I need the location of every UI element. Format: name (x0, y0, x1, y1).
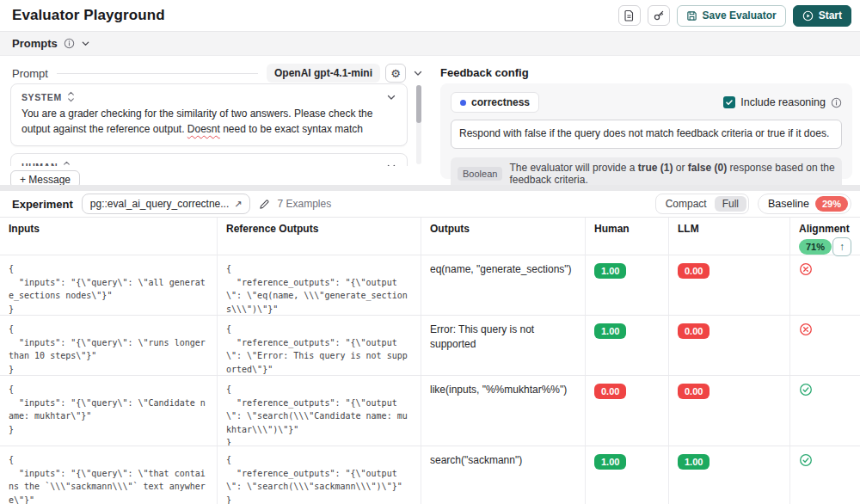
save-evaluator-label: Save Evaluator (703, 9, 777, 22)
cell-outputs[interactable]: search("sackmann") (421, 446, 586, 504)
key-icon (653, 9, 665, 22)
cell-human-score: 1.00 (586, 255, 669, 315)
cell-human-score: 1.00 (586, 316, 669, 375)
table-row: { "inputs": "{\"query\": \"runs longer t… (0, 315, 860, 375)
header-actions: Save Evaluator Start (618, 5, 851, 27)
score-badge[interactable]: 0.00 (594, 384, 626, 399)
start-label: Start (819, 9, 842, 22)
score-badge[interactable]: 1.00 (594, 263, 626, 279)
table-row: { "inputs": "{\"query\": \"Candidate nam… (0, 375, 860, 446)
prompt-collapse-chevron[interactable] (413, 68, 423, 78)
info-icon (64, 38, 75, 49)
api-key-button[interactable] (648, 5, 670, 26)
baseline-score-badge: 29% (815, 196, 848, 212)
prompt-scrollbar[interactable] (416, 85, 421, 164)
alignment-match-icon (799, 383, 813, 396)
reorder-icon[interactable] (63, 161, 71, 166)
feedback-key-dot-icon (460, 100, 466, 106)
prompt-messages: SYSTEM You are a grader checking for the… (10, 83, 408, 166)
page-title: Evaluator Playground (12, 7, 165, 24)
alignment-score-badge: 71% (799, 239, 832, 255)
include-reasoning-control: Include reasoning (723, 96, 842, 108)
human-collapse-chevron[interactable] (386, 162, 396, 167)
cell-outputs[interactable]: eq(name, "generate_sections") (421, 255, 586, 315)
model-settings-button[interactable]: ⚙ (385, 64, 406, 83)
model-badge[interactable]: OpenAI gpt-4.1-mini (267, 64, 380, 83)
include-reasoning-checkbox[interactable] (723, 96, 735, 108)
system-collapse-chevron[interactable] (386, 92, 396, 102)
feedback-key-label: correctness (471, 96, 530, 108)
feedback-key-pill[interactable]: correctness (451, 92, 539, 113)
sort-ascending-button[interactable]: ↑ (832, 237, 851, 256)
pencil-icon (259, 199, 270, 210)
document-icon (624, 9, 635, 22)
baseline-pill[interactable]: Baseline 29% (758, 194, 851, 214)
evaluator-playground-app: Evaluator Playground Save Evaluator (0, 0, 860, 504)
cell-alignment (790, 446, 860, 504)
external-link-icon: ↗ (234, 199, 242, 210)
cell-reference-outputs[interactable]: { "reference_outputs": "{\"output\": \"s… (218, 446, 421, 504)
full-option[interactable]: Full (715, 196, 746, 212)
alignment-mismatch-icon (799, 323, 813, 336)
feedback-criteria-input[interactable] (451, 120, 842, 149)
score-badge[interactable]: 0.00 (678, 384, 710, 399)
cell-outputs[interactable]: like(inputs, "%%mukhtar%%") (421, 376, 586, 446)
experiment-label: Experiment (12, 198, 73, 211)
prompts-section-bar[interactable]: Prompts (0, 31, 860, 56)
experiment-name: pg::eval_ai_query_correctne... (90, 198, 229, 210)
score-badge[interactable]: 1.00 (594, 454, 626, 470)
compact-option[interactable]: Compact (658, 196, 715, 212)
gear-icon: ⚙ (390, 67, 401, 80)
cell-llm-score: 0.00 (669, 316, 790, 375)
score-badge[interactable]: 0.00 (678, 323, 710, 339)
scrollbar-thumb[interactable] (416, 85, 421, 123)
play-icon (802, 10, 814, 22)
cell-llm-score: 1.00 (669, 446, 790, 504)
section-divider (0, 185, 860, 191)
misspelled-word: Doesnt (187, 123, 220, 135)
chevron-down-icon[interactable] (81, 39, 90, 48)
cell-human-score: 1.00 (586, 446, 669, 504)
prompt-panel: Prompt OpenAI gpt-4.1-mini ⚙ SYSTEM (0, 56, 430, 185)
prompt-title: Prompt (12, 67, 48, 80)
cell-inputs[interactable]: { "inputs": "{\"query\": \"runs longer t… (0, 316, 218, 375)
human-message-card[interactable]: HUMAN (10, 153, 408, 166)
system-message-text[interactable]: You are a grader checking for the simila… (22, 106, 396, 137)
human-role-label: HUMAN (22, 162, 58, 167)
save-evaluator-button[interactable]: Save Evaluator (677, 5, 786, 27)
prompt-title-row: Prompt OpenAI gpt-4.1-mini ⚙ (12, 63, 423, 83)
save-icon (686, 10, 697, 22)
view-mode-toggle: Compact Full (655, 194, 749, 214)
start-button[interactable]: Start (793, 5, 851, 27)
experiment-bar: Experiment pg::eval_ai_query_correctne..… (0, 191, 860, 217)
table-body: { "inputs": "{\"query\": \"all generate_… (0, 255, 860, 504)
feedback-config-title: Feedback config (440, 66, 529, 79)
cell-alignment (790, 255, 860, 315)
cell-inputs[interactable]: { "inputs": "{\"query\": \"all generate_… (0, 255, 218, 315)
cell-reference-outputs[interactable]: { "reference_outputs": "{\"output\": \"s… (218, 376, 421, 446)
system-text-part: need to be exact syntax match (220, 123, 363, 135)
cell-reference-outputs[interactable]: { "reference_outputs": "{\"output\": \"E… (218, 316, 421, 375)
cell-inputs[interactable]: { "inputs": "{\"query\": \"Candidate nam… (0, 376, 218, 446)
cell-human-score: 0.00 (586, 376, 669, 446)
divider-line (57, 73, 258, 74)
score-badge[interactable]: 1.00 (594, 323, 626, 339)
score-badge[interactable]: 0.00 (678, 263, 710, 279)
cell-inputs[interactable]: { "inputs": "{\"query\": \"that contains… (0, 446, 218, 504)
cell-alignment (790, 316, 860, 375)
experiment-name-badge[interactable]: pg::eval_ai_query_correctne... ↗ (82, 194, 251, 214)
system-message-card[interactable]: SYSTEM You are a grader checking for the… (10, 83, 408, 146)
alignment-label: Alignment (799, 223, 851, 235)
app-header: Evaluator Playground Save Evaluator (0, 0, 860, 31)
cell-llm-score: 0.00 (669, 255, 790, 315)
reorder-icon[interactable] (67, 91, 75, 102)
edit-experiment-button[interactable] (259, 199, 270, 210)
table-row: { "inputs": "{\"query\": \"that contains… (0, 446, 860, 504)
score-badge[interactable]: 1.00 (678, 454, 710, 470)
examples-count: 7 Examples (277, 198, 331, 210)
table-header: Inputs Reference Outputs Outputs Human L… (0, 218, 860, 255)
cell-outputs[interactable]: Error: This query is not supported (421, 316, 586, 375)
cell-reference-outputs[interactable]: { "reference_outputs": "{\"output\": \"e… (218, 255, 421, 315)
prompt-file-button[interactable] (618, 5, 641, 26)
baseline-label: Baseline (768, 198, 809, 210)
